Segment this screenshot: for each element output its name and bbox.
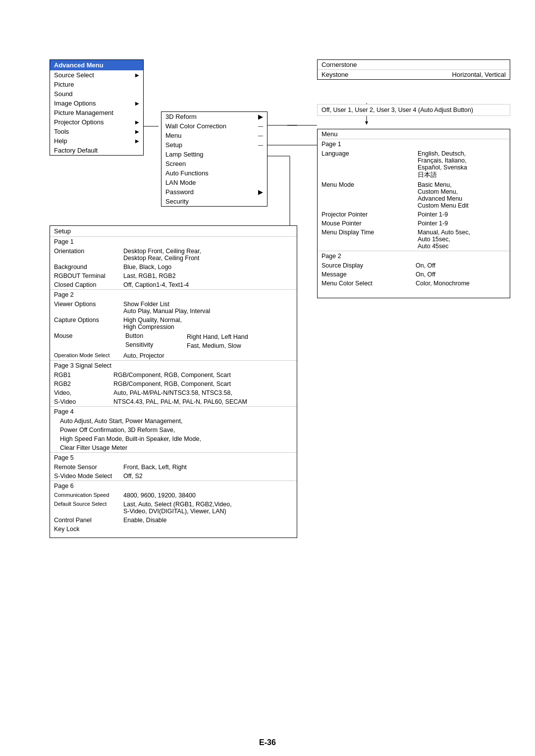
cornerstone-box: Cornerstone Keystone Horizontal, Vertica… — [317, 59, 510, 80]
menu-mode-value: Basic Menu, Custom Menu, Advanced Menu C… — [414, 180, 510, 210]
keystone-value: Horizontal, Vertical — [452, 71, 506, 78]
menu-color-value: Color, Monochrome — [412, 279, 510, 288]
tools-arrow: ▶ — [135, 129, 139, 134]
closed-caption-label: Closed Caption — [50, 280, 119, 289]
setup-page5: Page 5 Remote Sensor Front, Back, Left, … — [50, 452, 297, 481]
remote-sensor-label: Remote Sensor — [50, 463, 119, 472]
menu-display-value: Manual, Auto 5sec, Auto 15sec, Auto 45se… — [414, 228, 510, 251]
password-label: Password — [165, 188, 194, 196]
menu-right-box: Menu Page 1 Language English, Deutsch, F… — [317, 129, 510, 298]
setup-box-title: Setup — [50, 226, 297, 236]
projector-options-submenu: 3D Reform ▶ Wall Color Correction — Menu… — [161, 111, 268, 207]
control-panel-value: Enable, Disable — [119, 516, 297, 525]
submenu-3d-reform[interactable]: 3D Reform ▶ — [161, 112, 267, 121]
mouse-table: Mouse Button Right Hand, Left Hand Sensi… — [50, 331, 297, 351]
mouse-pointer-label: Mouse Pointer — [318, 219, 414, 228]
default-source-row: Default Source Select Last, Auto, Select… — [50, 500, 297, 516]
orientation-row: Orientation Desktop Front, Ceiling Rear,… — [50, 247, 297, 263]
setup-page4-label: Page 4 — [50, 407, 297, 417]
submenu-password[interactable]: Password ▶ — [161, 187, 267, 197]
password-arrow: ▶ — [258, 188, 263, 196]
viewer-options-v1: Show Folder List — [123, 301, 293, 308]
menu-item-factory-default[interactable]: Factory Default — [50, 146, 143, 155]
setup-page2: Page 2 Viewer Options Show Folder List A… — [50, 289, 297, 360]
closed-caption-row: Closed Caption Off, Caption1-4, Text1-4 — [50, 280, 297, 289]
menu-item-image-options[interactable]: Image Options ▶ — [50, 99, 143, 108]
svideo-row: S-Video NTSC4.43, PAL, PAL-M, PAL-N, PAL… — [50, 397, 297, 406]
setup-label: Setup — [165, 141, 182, 149]
projector-pointer-value: Pointer 1-9 — [414, 210, 510, 219]
svideo-mode-value: Off, S2 — [119, 472, 297, 481]
menu-item-help[interactable]: Help ▶ — [50, 136, 143, 146]
tools-label: Tools — [54, 128, 69, 135]
mouse-nested: Button Right Hand, Left Hand Sensitivity… — [119, 331, 297, 351]
svideo-mode-row: S-Video Mode Select Off, S2 — [50, 472, 297, 481]
diagram: Advanced Menu Source Select ▶ Picture So… — [20, 30, 515, 723]
setup-page6: Page 6 Communication Speed 4800, 9600, 1… — [50, 481, 297, 538]
reform-option-text: Off, User 1, User 2, User 3, User 4 (Aut… — [317, 104, 510, 116]
submenu-lamp-setting[interactable]: Lamp Setting — [161, 150, 267, 159]
rgb1-row: RGB1 RGB/Component, RGB, Component, Scar… — [50, 371, 297, 379]
svideo-mode-label: S-Video Mode Select — [50, 472, 119, 481]
submenu-security[interactable]: Security — [161, 197, 267, 206]
submenu-wall-color[interactable]: Wall Color Correction — — [161, 121, 267, 131]
mouse-pointer-row: Mouse Pointer Pointer 1-9 — [318, 219, 510, 228]
submenu-setup[interactable]: Setup — — [161, 140, 267, 150]
menu-item-tools[interactable]: Tools ▶ — [50, 127, 143, 136]
menu-item-sound[interactable]: Sound — [50, 89, 143, 99]
menu-page1-label: Page 1 — [318, 139, 510, 149]
cornerstone-item: Cornerstone — [318, 60, 510, 69]
menu-item-picture[interactable]: Picture — [50, 80, 143, 89]
mouse-pointer-value: Pointer 1-9 — [414, 219, 510, 228]
submenu-auto-functions[interactable]: Auto Functions — [161, 168, 267, 178]
setup-page2-label: Page 2 — [50, 290, 297, 300]
sensitivity-row: Sensitivity Fast, Medium, Slow — [123, 341, 293, 350]
message-value: On, Off — [412, 270, 510, 279]
advanced-menu-header: Advanced Menu — [50, 60, 143, 70]
remote-sensor-row: Remote Sensor Front, Back, Left, Right — [50, 463, 297, 472]
sensitivity-value: Fast, Medium, Slow — [183, 341, 293, 350]
menu-item-source-select[interactable]: Source Select ▶ — [50, 70, 143, 80]
comm-speed-label: Communication Speed — [50, 491, 119, 500]
keystone-label: Keystone — [321, 71, 348, 78]
submenu-screen[interactable]: Screen — [161, 159, 267, 168]
wall-color-label: Wall Color Correction — [165, 122, 226, 130]
rgb2-label: RGB2 — [50, 379, 109, 388]
default-source-value: Last, Auto, Select (RGB1, RGB2,Video, S-… — [119, 500, 297, 516]
source-select-label: Source Select — [54, 71, 94, 79]
video-value: Auto, PAL-M/PAL-N/NTSC3.58, NTSC3.58, — [109, 388, 297, 397]
keystone-item: Keystone Horizontal, Vertical — [318, 69, 510, 79]
rgbout-row: RGBOUT Terminal Last, RGB1, RGB2 — [50, 271, 297, 280]
source-select-arrow: ▶ — [135, 72, 139, 78]
message-row: Message On, Off — [318, 270, 510, 279]
submenu-menu[interactable]: Menu — — [161, 131, 267, 140]
setup-page3: Page 3 Signal Select RGB1 RGB/Component,… — [50, 360, 297, 406]
menu-title-label: Menu — [321, 130, 338, 138]
menu-item-projector-options[interactable]: Projector Options ▶ — [50, 117, 143, 127]
capture-options-row: Capture Options High Quality, Normal, Hi… — [50, 316, 297, 331]
menu-item-picture-management[interactable]: Picture Management — [50, 108, 143, 117]
comm-speed-row: Communication Speed 4800, 9600, 19200, 3… — [50, 491, 297, 500]
menu-page2-label: Page 2 — [318, 251, 510, 261]
mouse-row: Mouse Button Right Hand, Left Hand Sensi… — [50, 331, 297, 351]
submenu-lan-mode[interactable]: LAN Mode — [161, 178, 267, 187]
key-lock-label: Key Lock — [50, 525, 119, 534]
setup-page1: Page 1 Orientation Desktop Front, Ceilin… — [50, 236, 297, 289]
sound-label: Sound — [54, 90, 73, 98]
setup-page3-label: Page 3 Signal Select — [50, 361, 297, 371]
capture-v2: High Compression — [123, 324, 293, 330]
image-options-label: Image Options — [54, 100, 96, 107]
rgbout-value: Last, RGB1, RGB2 — [119, 271, 297, 280]
auto-functions-label: Auto Functions — [165, 169, 209, 177]
picture-label: Picture — [54, 81, 74, 88]
control-panel-label: Control Panel — [50, 516, 119, 525]
orientation-value: Desktop Front, Ceiling Rear, Desktop Rea… — [119, 247, 297, 263]
setup-page6-table: Communication Speed 4800, 9600, 19200, 3… — [50, 491, 297, 534]
lan-mode-label: LAN Mode — [165, 179, 196, 186]
control-panel-row: Control Panel Enable, Disable — [50, 516, 297, 525]
default-source-label: Default Source Select — [50, 500, 119, 516]
background-row: Background Blue, Black, Logo — [50, 263, 297, 271]
page-wrapper: Advanced Menu Source Select ▶ Picture So… — [0, 0, 535, 756]
rgb1-label: RGB1 — [50, 371, 109, 379]
cornerstone-label: Cornerstone — [321, 61, 357, 68]
